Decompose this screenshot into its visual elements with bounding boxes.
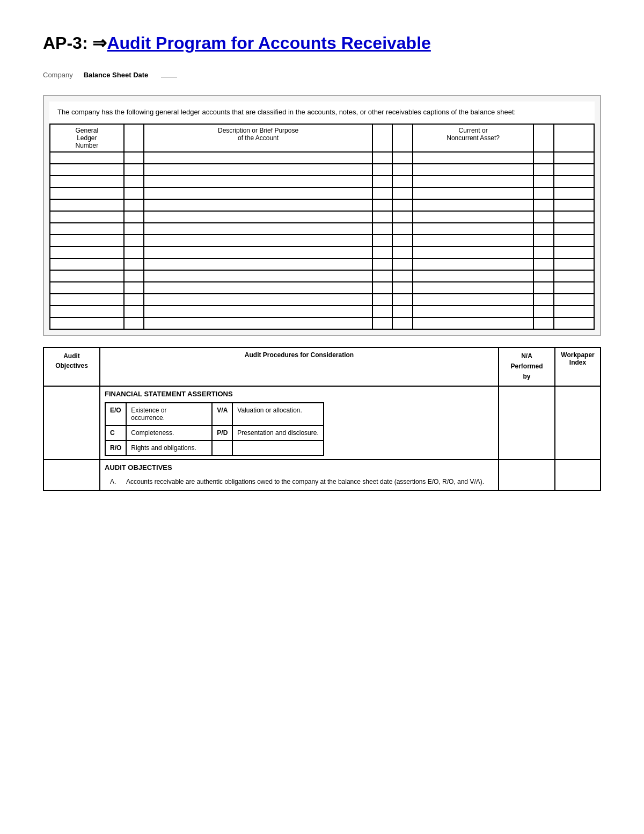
audit-objectives-header: Audit Objectives <box>43 347 100 386</box>
gl-data-cell <box>392 176 413 187</box>
gl-data-cell <box>392 164 413 176</box>
gl-data-cell <box>554 187 594 199</box>
gl-data-cell <box>392 235 413 246</box>
gl-data-cell <box>144 294 372 306</box>
gl-data-cell <box>144 246 372 258</box>
gl-data-cell <box>50 164 124 176</box>
gl-table: GeneralLedgerNumber Description or Brief… <box>49 124 595 330</box>
audit-obj-item-a: A. Accounts receivable are authentic obl… <box>105 477 494 487</box>
gl-data-cell <box>372 270 393 282</box>
audit-procedures-label: Audit Procedures for Consideration <box>245 351 354 359</box>
pd-code: P/D <box>212 425 232 440</box>
gl-data-cell <box>124 176 144 187</box>
gl-data-cell <box>554 223 594 235</box>
assertions-legend-table: E/O Existence or occurrence. V/A Valuati… <box>105 402 324 456</box>
title-link[interactable]: Audit Program for Accounts Receivable <box>107 33 430 53</box>
assertions-na-cell <box>499 386 555 460</box>
gl-data-cell <box>392 199 413 211</box>
gl-data-cell <box>533 176 554 187</box>
gl-data-cell <box>554 164 594 176</box>
gl-data-cell <box>533 223 554 235</box>
ro-code: R/O <box>105 440 126 455</box>
gl-data-cell <box>554 282 594 294</box>
gl-data-cell <box>554 176 594 187</box>
gl-data-cell <box>413 270 533 282</box>
gl-data-cell <box>50 317 124 329</box>
gl-data-cell <box>124 199 144 211</box>
audit-obj-proc-cell: AUDIT OBJECTIVES A. Accounts receivable … <box>100 460 499 490</box>
gl-data-cell <box>413 294 533 306</box>
assertions-wp-cell <box>555 386 601 460</box>
gl-data-cell <box>372 223 393 235</box>
gl-data-cell <box>554 152 594 164</box>
gl-data-cell <box>413 235 533 246</box>
gl-data-cell <box>392 187 413 199</box>
gl-data-cell <box>372 211 393 223</box>
audit-obj-letter-a: A. <box>110 477 121 487</box>
gl-data-cell <box>124 306 144 317</box>
gl-data-cell <box>50 258 124 270</box>
gl-data-cell <box>144 270 372 282</box>
gl-data-cell <box>372 187 393 199</box>
gl-data-cell <box>413 164 533 176</box>
gl-data-cell <box>50 187 124 199</box>
gl-data-cell <box>124 258 144 270</box>
audit-table: Audit Objectives Audit Procedures for Co… <box>43 347 601 491</box>
gl-data-cell <box>554 211 594 223</box>
gl-data-cell <box>392 246 413 258</box>
gl-data-cell <box>533 164 554 176</box>
va-label: Valuation or allocation. <box>232 403 323 425</box>
gl-data-cell <box>413 211 533 223</box>
assertions-proc-cell: FINANCIAL STATEMENT ASSERTIONS E/O Exist… <box>100 386 499 460</box>
gl-data-cell <box>533 282 554 294</box>
gl-data-cell <box>372 246 393 258</box>
assertions-legend-row2: C Completeness. P/D Presentation and dis… <box>105 425 324 440</box>
gl-data-row <box>50 211 594 223</box>
gl-data-cell <box>413 152 533 164</box>
gl-data-cell <box>372 294 393 306</box>
gl-data-cell <box>554 317 594 329</box>
gl-data-cell <box>124 187 144 199</box>
gl-data-cell <box>144 317 372 329</box>
gl-data-cell <box>554 199 594 211</box>
gl-data-row <box>50 317 594 329</box>
gl-data-cell <box>554 258 594 270</box>
pd-label: Presentation and disclosure. <box>232 425 323 440</box>
gl-data-cell <box>50 176 124 187</box>
gl-data-row <box>50 152 594 164</box>
gl-data-cell <box>533 306 554 317</box>
spacer4-header <box>533 124 554 152</box>
audit-obj-title: AUDIT OBJECTIVES <box>105 463 494 472</box>
gl-data-row <box>50 258 594 270</box>
gl-data-cell <box>533 246 554 258</box>
gl-data-row <box>50 223 594 235</box>
gl-data-cell <box>50 211 124 223</box>
gl-data-cell <box>50 306 124 317</box>
gl-data-cell <box>50 246 124 258</box>
gl-data-cell <box>392 294 413 306</box>
gl-data-cell <box>50 223 124 235</box>
gl-data-cell <box>554 306 594 317</box>
gl-data-cell <box>124 164 144 176</box>
gl-data-cell <box>392 152 413 164</box>
gl-data-cell <box>533 270 554 282</box>
gl-data-cell <box>372 306 393 317</box>
gl-data-cell <box>144 235 372 246</box>
audit-obj-wp-cell <box>555 460 601 490</box>
gl-data-row <box>50 199 594 211</box>
audit-obj-row: AUDIT OBJECTIVES A. Accounts receivable … <box>43 460 601 490</box>
gl-data-cell <box>392 306 413 317</box>
va-code: V/A <box>212 403 232 425</box>
gl-data-cell <box>413 176 533 187</box>
eo-code: E/O <box>105 403 126 425</box>
curr-header: Current orNoncurrent Asset? <box>413 124 533 152</box>
gl-data-row <box>50 294 594 306</box>
gl-data-cell <box>144 211 372 223</box>
gl-data-cell <box>124 294 144 306</box>
gl-data-cell <box>144 223 372 235</box>
gl-data-row <box>50 246 594 258</box>
gl-data-cell <box>533 187 554 199</box>
assertions-obj-cell <box>43 386 100 460</box>
audit-obj-text-a: Accounts receivable are authentic obliga… <box>126 477 494 487</box>
gl-data-cell <box>372 235 393 246</box>
